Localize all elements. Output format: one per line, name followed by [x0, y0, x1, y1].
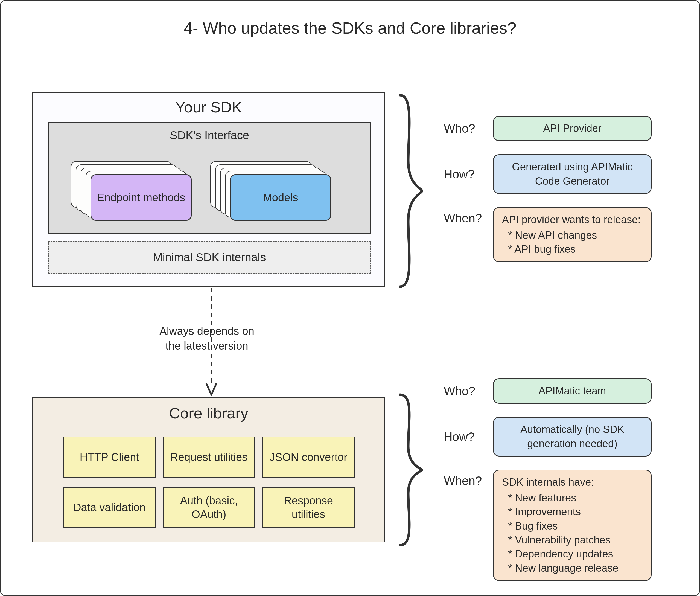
- list-item: Dependency updates: [508, 547, 643, 561]
- brace-sdk-icon: [394, 93, 425, 289]
- sdk-box: Your SDK SDK's Interface Endpoint method…: [32, 93, 385, 287]
- sdk-interface-title: SDK's Interface: [49, 123, 370, 142]
- list-item: New language release: [508, 561, 643, 575]
- sdk-annotations: Who? API Provider How? Generated using A…: [444, 116, 652, 275]
- list-item: Bug fixes: [508, 519, 643, 533]
- core-library-grid: HTTP Client Request utilities JSON conve…: [63, 437, 355, 528]
- sdk-interface-box: SDK's Interface Endpoint methods Models: [48, 122, 371, 234]
- sdk-how-box: Generated using APIMatic Code Generator: [493, 154, 652, 194]
- core-library-title: Core library: [33, 398, 384, 422]
- core-cell-data-validation: Data validation: [63, 487, 156, 528]
- page-title: 4- Who updates the SDKs and Core librari…: [1, 19, 699, 38]
- core-who-box: APIMatic team: [493, 378, 652, 404]
- brace-core-icon: [394, 392, 425, 548]
- sdk-title: Your SDK: [33, 93, 384, 116]
- list-item: API bug fixes: [508, 242, 643, 256]
- core-when-box: SDK internals have: New features Improve…: [493, 470, 652, 581]
- endpoint-methods-label: Endpoint methods: [97, 191, 185, 204]
- core-cell-http-client: HTTP Client: [63, 437, 156, 477]
- models-stack: Models: [210, 161, 339, 221]
- core-annotations: Who? APIMatic team How? Automatically (n…: [444, 378, 652, 594]
- core-cell-auth: Auth (basic, OAuth): [163, 487, 255, 528]
- core-cell-request-utilities: Request utilities: [163, 437, 255, 477]
- list-item: New features: [508, 491, 643, 505]
- minimal-internals-label: Minimal SDK internals: [153, 251, 266, 264]
- core-when-label: When?: [444, 470, 493, 488]
- sdk-when-box: API provider wants to release: New API c…: [493, 207, 652, 262]
- sdk-how-label: How?: [444, 167, 493, 181]
- list-item: New API changes: [508, 228, 643, 242]
- core-how-label: How?: [444, 430, 493, 444]
- core-library-box: Core library HTTP Client Request utiliti…: [32, 397, 385, 542]
- core-cell-response-utilities: Response utilities: [262, 487, 355, 528]
- minimal-internals-box: Minimal SDK internals: [48, 241, 371, 274]
- endpoint-methods-stack: Endpoint methods: [71, 161, 199, 221]
- list-item: Vulnerability patches: [508, 533, 643, 547]
- core-cell-json-convertor: JSON convertor: [262, 437, 355, 477]
- core-when-list: New features Improvements Bug fixes Vuln…: [502, 491, 643, 575]
- depends-label-line1: Always depends on: [159, 325, 254, 337]
- depends-label-line2: the latest version: [165, 340, 248, 352]
- models-label: Models: [263, 191, 298, 204]
- sdk-who-box: API Provider: [493, 116, 652, 141]
- sdk-when-lead: API provider wants to release:: [502, 213, 643, 228]
- sdk-when-list: New API changes API bug fixes: [502, 228, 643, 256]
- diagram-canvas: 4- Who updates the SDKs and Core librari…: [0, 0, 700, 596]
- depends-label: Always depends on the latest version: [159, 324, 254, 353]
- sdk-when-label: When?: [444, 207, 493, 225]
- core-who-label: Who?: [444, 384, 493, 398]
- list-item: Improvements: [508, 505, 643, 519]
- core-when-lead: SDK internals have:: [502, 475, 643, 491]
- core-how-box: Automatically (no SDK generation needed): [493, 417, 652, 456]
- sdk-who-label: Who?: [444, 122, 493, 135]
